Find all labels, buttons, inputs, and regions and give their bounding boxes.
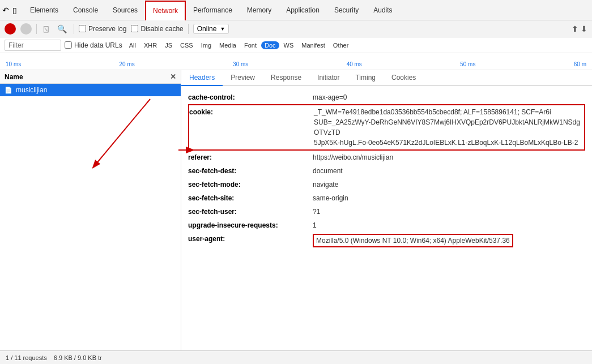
list-item[interactable]: 📄 musiclijian xyxy=(0,84,181,96)
mobile-icon[interactable]: ▯ xyxy=(12,6,17,15)
panel-tabs: Headers Preview Response Initiator Timin… xyxy=(181,70,592,86)
header-key: sec-fetch-user: xyxy=(188,207,313,217)
timeline-label-50: 50 ms xyxy=(460,61,475,67)
record-button[interactable] xyxy=(5,23,16,35)
filter-tag-all[interactable]: All xyxy=(126,41,139,49)
request-list: 📄 musiclijian xyxy=(0,84,181,96)
search-icon[interactable]: 🔍 xyxy=(55,23,69,35)
tab-sources[interactable]: Sources xyxy=(105,0,145,20)
disable-cache-checkbox-label[interactable]: Disable cache xyxy=(131,25,183,33)
header-key: user-agent: xyxy=(188,234,313,244)
header-val: max-age=0 xyxy=(313,92,347,102)
header-val: https://weibo.cn/musiclijian xyxy=(313,152,393,162)
header-row-sec-fetch-user: sec-fetch-user: ?1 xyxy=(188,205,585,219)
name-header-label: Name xyxy=(5,73,23,81)
chevron-down-icon: ▼ xyxy=(220,26,225,32)
tab-elements[interactable]: Elements xyxy=(23,0,66,20)
filter-tags: All XHR JS CSS Img Media Font Doc WS Man… xyxy=(126,41,352,49)
online-dropdown[interactable]: Online ▼ xyxy=(193,24,229,34)
panel-tabs-wrapper: Headers Preview Response Initiator Timin… xyxy=(181,70,592,86)
toolbar-divider-2 xyxy=(74,24,74,34)
close-panel-button[interactable]: ✕ xyxy=(170,72,176,81)
hide-data-urls-label[interactable]: Hide data URLs xyxy=(65,41,122,49)
header-val: Mozilla/5.0 (Windows NT 10.0; Win64; x64… xyxy=(313,234,513,247)
header-row-upgrade: upgrade-insecure-requests: 1 xyxy=(188,219,585,232)
tab-initiator[interactable]: Initiator xyxy=(309,70,347,86)
hide-data-urls-checkbox[interactable] xyxy=(65,41,72,49)
filter-tag-js[interactable]: JS xyxy=(161,41,176,49)
timeline-bar: 10 ms 20 ms 30 ms 40 ms 50 ms 60 m xyxy=(0,53,592,70)
timeline-label-60: 60 m xyxy=(574,61,586,67)
filter-row: Hide data URLs All XHR JS CSS Img Media … xyxy=(0,37,592,53)
devtools-icons: ↶ ▯ xyxy=(2,6,23,15)
filter-tag-xhr[interactable]: XHR xyxy=(140,41,160,49)
transfer-size: 6.9 KB / 9.0 KB tr xyxy=(54,354,102,361)
filter-tag-font[interactable]: Font xyxy=(241,41,260,49)
headers-content: cache-control: max-age=0 cookie: _T_WM=7… xyxy=(181,86,592,350)
header-key: sec-fetch-mode: xyxy=(188,179,313,190)
export-button[interactable]: ⬇ xyxy=(581,24,587,33)
toolbar-divider-1 xyxy=(36,24,37,34)
filter-tag-ws[interactable]: WS xyxy=(280,41,297,49)
filter-tag-manifest[interactable]: Manifest xyxy=(298,41,329,49)
header-row-cache-control: cache-control: max-age=0 xyxy=(188,91,585,104)
filter-tag-img[interactable]: Img xyxy=(198,41,215,49)
header-row-sec-fetch-dest: sec-fetch-dest: document xyxy=(188,164,585,178)
filter-tag-doc[interactable]: Doc xyxy=(261,41,279,49)
timeline-label-10: 10 ms xyxy=(6,61,21,67)
tab-application[interactable]: Application xyxy=(279,0,327,20)
timeline-label-40: 40 ms xyxy=(347,61,362,67)
filter-tag-other[interactable]: Other xyxy=(330,41,352,49)
name-header: Name ✕ xyxy=(0,70,181,84)
filter-tag-media[interactable]: Media xyxy=(216,41,240,49)
tab-performance[interactable]: Performance xyxy=(186,0,240,20)
header-row-sec-fetch-mode: sec-fetch-mode: navigate xyxy=(188,178,585,191)
toolbar-divider-3 xyxy=(188,24,189,34)
filter-tag-css[interactable]: CSS xyxy=(177,41,197,49)
tab-console[interactable]: Console xyxy=(66,0,105,20)
header-val: document xyxy=(313,166,343,176)
header-key: upgrade-insecure-requests: xyxy=(188,220,313,230)
timeline-labels: 10 ms 20 ms 30 ms 40 ms 50 ms 60 m xyxy=(0,61,592,67)
request-count: 1 / 11 requests xyxy=(6,354,47,361)
request-item-name: musiclijian xyxy=(16,86,47,94)
header-key: cache-control: xyxy=(188,92,313,102)
preserve-log-checkbox[interactable] xyxy=(79,25,86,32)
tab-memory[interactable]: Memory xyxy=(240,0,279,20)
header-val: same-origin xyxy=(313,193,348,203)
tab-response[interactable]: Response xyxy=(263,70,309,86)
tab-network[interactable]: Network xyxy=(145,1,186,20)
header-row-sec-fetch-site: sec-fetch-site: same-origin xyxy=(188,191,585,205)
tab-cookies[interactable]: Cookies xyxy=(384,70,424,86)
file-icon: 📄 xyxy=(5,87,12,94)
timeline-label-30: 30 ms xyxy=(233,61,248,67)
tab-timing[interactable]: Timing xyxy=(347,70,384,86)
status-bar: 1 / 11 requests 6.9 KB / 9.0 KB tr xyxy=(0,350,592,364)
preserve-log-checkbox-label[interactable]: Preserve log xyxy=(79,25,126,33)
cursor-icon[interactable]: ↶ xyxy=(2,6,9,15)
filter-input[interactable] xyxy=(5,40,61,51)
tab-preview[interactable]: Preview xyxy=(223,70,263,86)
header-val: ?1 xyxy=(313,207,320,217)
header-val: 1 xyxy=(313,220,317,230)
disable-cache-checkbox[interactable] xyxy=(131,25,138,32)
header-key: sec-fetch-site: xyxy=(188,193,313,203)
header-val: _T_WM=7e4918edbe1da03536bb554b5cbecd8f; … xyxy=(314,107,584,148)
header-val: navigate xyxy=(313,179,338,190)
header-row-user-agent: user-agent: Mozilla/5.0 (Windows NT 10.0… xyxy=(188,232,585,249)
tab-headers[interactable]: Headers xyxy=(181,70,223,86)
header-row-cookie: cookie: _T_WM=7e4918edbe1da03536bb554b5c… xyxy=(188,104,585,151)
stop-button[interactable] xyxy=(20,23,32,35)
timeline-label-20: 20 ms xyxy=(120,61,135,67)
tab-security[interactable]: Security xyxy=(327,0,366,20)
header-key: sec-fetch-dest: xyxy=(188,166,313,176)
main-content: Name ✕ 📄 musiclijian Headers Preview xyxy=(0,70,592,350)
header-key: referer: xyxy=(188,152,313,162)
tab-audits[interactable]: Audits xyxy=(366,0,399,20)
filter-icon[interactable]: ⍂ xyxy=(41,23,50,35)
network-toolbar: ⍂ 🔍 Preserve log Disable cache Online ▼ … xyxy=(0,20,592,37)
import-button[interactable]: ⬆ xyxy=(572,24,578,33)
devtools-top-tabs: ↶ ▯ Elements Console Sources Network Per… xyxy=(0,0,592,20)
header-row-referer: referer: https://weibo.cn/musiclijian xyxy=(188,151,585,164)
upload-buttons: ⬆ ⬇ xyxy=(572,24,587,33)
